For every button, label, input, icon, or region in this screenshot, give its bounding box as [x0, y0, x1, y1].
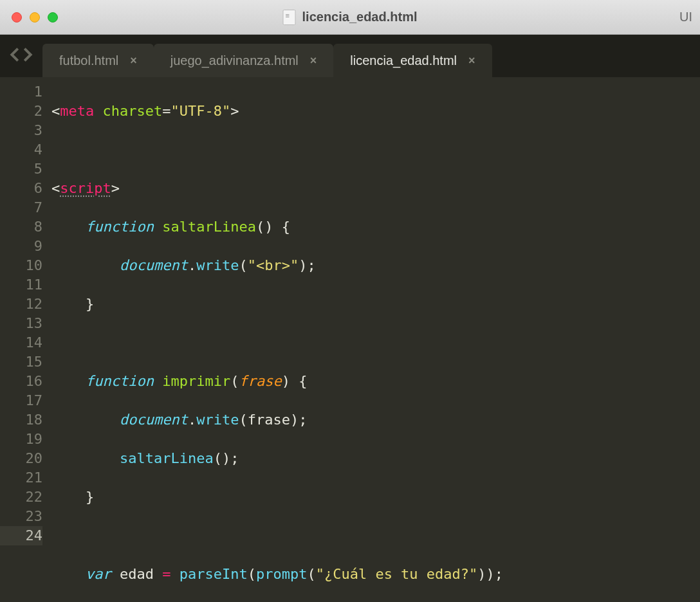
line-number: 2: [0, 102, 42, 121]
code-line: <script>: [51, 179, 623, 198]
code-line: var edad = parseInt(prompt("¿Cuál es tu …: [51, 565, 623, 584]
code-line: }: [51, 488, 623, 507]
line-number: 20: [0, 449, 42, 468]
line-number: 10: [0, 256, 42, 275]
close-icon[interactable]: ×: [130, 54, 137, 68]
minimize-window-button[interactable]: [30, 12, 40, 23]
code-editor[interactable]: 123456789101112131415161718192021222324 …: [0, 77, 700, 602]
close-icon[interactable]: ×: [310, 54, 317, 68]
window-title: licencia_edad.html: [283, 10, 418, 25]
line-number: 21: [0, 468, 42, 488]
line-number: 22: [0, 488, 42, 507]
line-number: 16: [0, 372, 42, 391]
close-icon[interactable]: ×: [468, 54, 475, 68]
close-window-button[interactable]: [12, 12, 22, 23]
line-number: 8: [0, 217, 42, 237]
code-line: saltarLinea();: [51, 449, 623, 468]
tab-history-nav: [0, 35, 42, 77]
line-number: 7: [0, 198, 42, 217]
line-number: 1: [0, 82, 42, 102]
maximize-window-button[interactable]: [48, 12, 58, 23]
code-line: function imprimir(frase) {: [51, 372, 623, 391]
code-line: document.write("<br>");: [51, 256, 623, 275]
line-number: 9: [0, 237, 42, 256]
line-number: 15: [0, 352, 42, 372]
window-controls: [12, 12, 58, 23]
window-title-right-truncated: UI: [679, 10, 692, 24]
line-number: 4: [0, 140, 42, 160]
code-line: [51, 140, 623, 160]
code-line: [51, 526, 623, 545]
line-number: 12: [0, 295, 42, 314]
tabs-container: futbol.html × juego_adivinanza.html × li…: [42, 35, 700, 77]
line-number: 17: [0, 391, 42, 410]
nav-back-icon[interactable]: [9, 48, 21, 64]
line-number: 23: [0, 507, 42, 526]
line-number: 18: [0, 410, 42, 430]
tab-label: juego_adivinanza.html: [170, 53, 299, 68]
tab-label: licencia_edad.html: [350, 53, 457, 68]
tab-strip: futbol.html × juego_adivinanza.html × li…: [0, 35, 700, 77]
code-line: function saltarLinea() {: [51, 217, 623, 237]
line-number: 11: [0, 275, 42, 295]
nav-forward-icon[interactable]: [22, 48, 33, 64]
window-titlebar: licencia_edad.html UI: [0, 0, 700, 35]
line-number: 13: [0, 314, 42, 333]
code-content[interactable]: <meta charset="UTF-8"> <script> function…: [51, 77, 623, 602]
tab-licencia-edad[interactable]: licencia_edad.html ×: [333, 44, 492, 77]
line-number: 24: [0, 526, 42, 545]
line-number: 6: [0, 179, 42, 198]
window-title-text: licencia_edad.html: [302, 10, 418, 24]
line-number: 5: [0, 160, 42, 179]
line-number: 19: [0, 430, 42, 449]
tab-futbol[interactable]: futbol.html ×: [42, 44, 154, 77]
line-number-gutter: 123456789101112131415161718192021222324: [0, 77, 51, 602]
tab-juego-adivinanza[interactable]: juego_adivinanza.html ×: [154, 44, 334, 77]
code-line: document.write(frase);: [51, 410, 623, 430]
line-number: 3: [0, 121, 42, 140]
code-line: [51, 333, 623, 352]
tab-label: futbol.html: [59, 53, 118, 68]
code-line: }: [51, 295, 623, 314]
code-line: <meta charset="UTF-8">: [51, 102, 623, 121]
line-number: 14: [0, 333, 42, 352]
file-icon: [283, 10, 296, 25]
